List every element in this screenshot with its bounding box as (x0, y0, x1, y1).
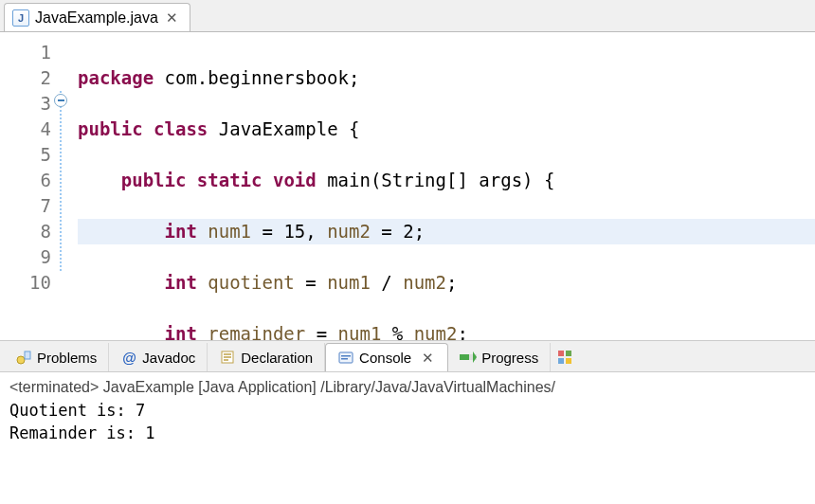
token-punct: = 2; (371, 221, 425, 242)
tab-overflow[interactable] (551, 343, 579, 371)
console-line: Quotient is: 7 (9, 399, 806, 422)
token-var: num1 (208, 221, 251, 242)
svg-rect-1 (25, 351, 30, 359)
editor-tab-bar: J JavaExample.java ✕ (0, 0, 815, 32)
svg-rect-11 (566, 358, 571, 364)
token-var: num2 (327, 221, 371, 242)
line-number: 9 (0, 244, 51, 270)
token-var: quotient (208, 272, 295, 293)
token-punct: { (349, 118, 359, 139)
tab-label: Declaration (241, 350, 313, 366)
tab-label: Problems (37, 350, 97, 366)
token-op: % (381, 323, 413, 340)
svg-rect-7 (460, 354, 469, 360)
editor-tab-javaexample[interactable]: J JavaExample.java ✕ (4, 3, 190, 31)
token-keyword: int (165, 221, 197, 242)
tab-label: Console (359, 350, 411, 366)
line-number: 6 (0, 168, 51, 193)
code-text-area[interactable]: package com.beginnersbook; public class … (74, 32, 815, 340)
editor-tab-label: JavaExample.java (35, 9, 158, 27)
javadoc-icon: @ (120, 349, 137, 366)
tab-javadoc[interactable]: @ Javadoc (109, 343, 208, 371)
line-number: 10 (0, 270, 51, 296)
line-number: 1 (0, 40, 51, 65)
svg-rect-10 (558, 358, 564, 364)
tab-problems[interactable]: Problems (4, 343, 109, 371)
close-icon[interactable]: ✕ (420, 350, 436, 367)
line-number: 7 (0, 193, 51, 219)
folding-column (57, 32, 74, 340)
svg-point-0 (17, 356, 25, 364)
token-keyword: int (165, 323, 197, 340)
svg-rect-9 (566, 351, 571, 356)
token-op: / (371, 272, 403, 293)
token-var: remainder (208, 323, 305, 340)
code-editor[interactable]: 1 2 3 4 5 6 7 8 9 10 package com.beginne… (0, 32, 815, 340)
line-number: 4 (0, 117, 51, 142)
token-method: main(String[] args) { (327, 170, 554, 190)
token-var: num1 (327, 272, 371, 293)
token-keyword: public (121, 170, 187, 190)
fold-toggle-icon[interactable] (54, 94, 67, 107)
bottom-view-tab-bar: Problems @ Javadoc Declaration Console ✕… (0, 340, 815, 372)
tab-declaration[interactable]: Declaration (208, 343, 325, 371)
tab-console[interactable]: Console ✕ (325, 343, 448, 371)
token-punct: = 15, (251, 221, 327, 242)
overflow-icon (556, 349, 573, 366)
token-classname: JavaExample (219, 118, 338, 139)
token-keyword: int (165, 272, 197, 293)
tab-label: Progress (481, 350, 538, 366)
tab-label: Javadoc (142, 350, 195, 366)
progress-icon (460, 349, 477, 366)
svg-rect-3 (339, 352, 353, 363)
line-number: 2 (0, 65, 51, 91)
svg-rect-8 (558, 351, 564, 356)
svg-rect-5 (341, 358, 348, 360)
console-output[interactable]: <terminated> JavaExample [Java Applicati… (0, 372, 815, 448)
java-file-icon: J (12, 9, 29, 27)
token-keyword: package (78, 67, 154, 88)
svg-rect-4 (341, 355, 351, 357)
console-status-line: <terminated> JavaExample [Java Applicati… (9, 376, 806, 399)
tab-progress[interactable]: Progress (448, 343, 551, 371)
token-keyword: static (197, 170, 263, 190)
token-keyword: public (78, 118, 143, 139)
token-keyword: class (154, 118, 208, 139)
token-keyword: void (273, 170, 317, 190)
console-line: Remainder is: 1 (9, 422, 806, 444)
fold-range-indicator (60, 91, 62, 271)
token-var: num2 (414, 323, 458, 340)
line-number: 5 (0, 142, 51, 168)
line-number: 8 (0, 219, 51, 244)
line-number: 3 (0, 91, 51, 117)
token-var: num2 (403, 272, 446, 293)
declaration-icon (219, 349, 236, 366)
console-icon (337, 350, 354, 367)
close-icon[interactable]: ✕ (164, 9, 180, 27)
line-number-gutter: 1 2 3 4 5 6 7 8 9 10 (0, 32, 57, 340)
problems-icon (15, 349, 32, 366)
token-package: com.beginnersbook; (165, 67, 360, 88)
token-var: num1 (338, 323, 382, 340)
